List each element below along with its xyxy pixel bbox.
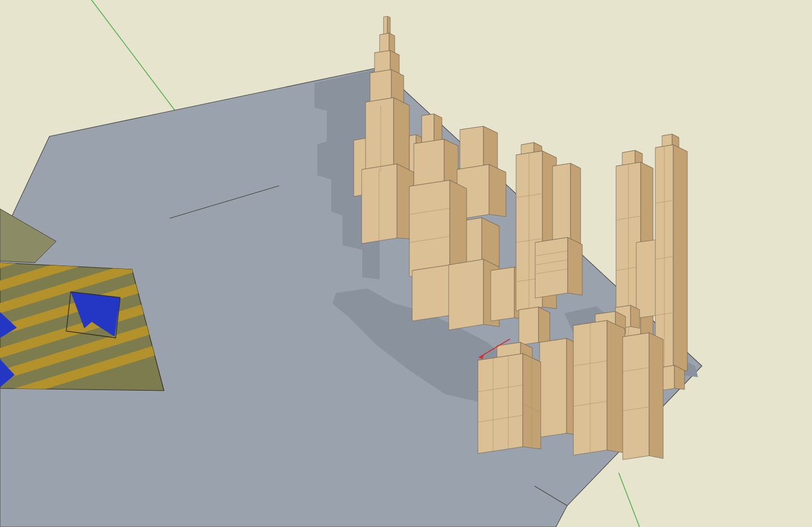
face-left[interactable] <box>362 164 397 244</box>
face-left[interactable] <box>491 267 514 321</box>
face-left[interactable] <box>540 338 567 437</box>
face-left[interactable] <box>449 259 483 330</box>
face-left[interactable] <box>478 354 523 453</box>
face-right[interactable] <box>673 145 687 371</box>
face-left[interactable] <box>636 240 656 318</box>
building-right-foreground-blocks[interactable] <box>573 311 663 460</box>
face-right[interactable] <box>607 320 625 453</box>
face-right[interactable] <box>450 180 467 273</box>
face-right[interactable] <box>539 307 550 344</box>
face-left[interactable] <box>412 265 450 321</box>
face-right[interactable] <box>482 218 499 267</box>
building-right-center-towers[interactable] <box>516 143 582 311</box>
face-left[interactable] <box>519 307 539 345</box>
face-left[interactable] <box>409 180 450 277</box>
face-left[interactable] <box>535 237 568 298</box>
face-right[interactable] <box>394 98 409 171</box>
face-left[interactable] <box>623 333 649 460</box>
3d-model-viewport[interactable] <box>0 0 812 527</box>
face-right[interactable] <box>389 33 395 53</box>
face-left[interactable] <box>366 98 394 174</box>
face-right[interactable] <box>649 333 663 459</box>
face-right[interactable] <box>489 164 506 217</box>
model-canvas[interactable] <box>0 0 812 527</box>
face-right[interactable] <box>568 237 582 295</box>
